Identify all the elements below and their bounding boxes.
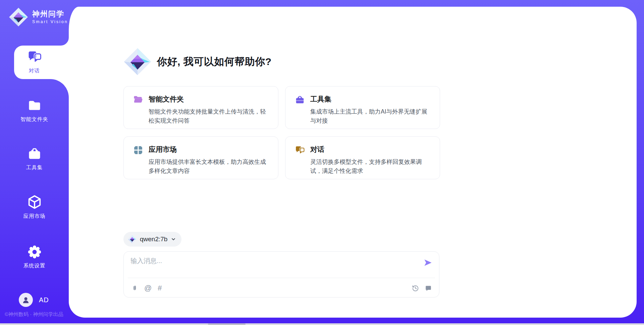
card-description: 智能文件夹功能支持批量文件上传与清洗，轻松实现文件问答 [149, 107, 269, 125]
sidebar-item-smart-folder[interactable]: 智能文件夹 [0, 98, 69, 123]
card-title: 对话 [310, 145, 430, 154]
feature-cards: 智能文件夹 智能文件夹功能支持批量文件上传与清洗，轻松实现文件问答 工具集 集成… [123, 86, 440, 179]
sidebar-item-label: 对话 [29, 67, 40, 74]
card-smart-folder[interactable]: 智能文件夹 智能文件夹功能支持批量文件上传与清洗，轻松实现文件问答 [123, 86, 278, 129]
card-chat[interactable]: 对话 灵活切换多模型文件，支持多样回复效果调试，满足个性化需求 [285, 136, 440, 179]
horizontal-scrollbar[interactable] [0, 323, 644, 325]
chat-bubble-icon [425, 285, 432, 291]
model-selector[interactable]: qwen2:7b [123, 232, 181, 247]
tab-fillet-top [61, 38, 69, 46]
card-description: 应用市场提供丰富长文本模板，助力高效生成多样化文章内容 [149, 157, 269, 176]
model-name: qwen2:7b [140, 236, 167, 243]
chat-icon [295, 145, 305, 155]
cube-icon [27, 194, 42, 210]
copyright-footer: ©神州数码 · 神州问学出品 [5, 311, 63, 318]
hash-icon: # [158, 284, 162, 292]
folder-icon [27, 98, 42, 113]
card-title: 工具集 [310, 94, 430, 104]
message-composer: @ # [123, 251, 439, 298]
gear-icon [27, 245, 42, 259]
sidebar-item-settings[interactable]: 系统设置 [0, 245, 69, 269]
greeting-header: 你好, 我可以如何帮助你? [123, 48, 272, 76]
card-toolset[interactable]: 工具集 集成市场上主流工具，助力AI与外界无缝扩展与对接 [285, 86, 440, 129]
user-profile[interactable]: AD [19, 293, 49, 307]
history-icon [412, 285, 419, 292]
new-chat-button[interactable] [425, 285, 432, 291]
sidebar-item-label: 智能文件夹 [20, 116, 48, 123]
composer-toolbar: @ # [131, 282, 432, 294]
folder-open-icon [133, 95, 143, 105]
sidebar-item-label: 工具集 [26, 164, 43, 171]
app-logo: 神州问学 Smart Vision [9, 7, 68, 27]
person-icon [23, 297, 29, 303]
at-icon: @ [144, 284, 152, 292]
paperclip-icon [131, 284, 138, 292]
assistant-logo-icon [123, 48, 152, 76]
sidebar-item-chat[interactable]: 对话 [0, 50, 69, 74]
brand-name: 神州问学 [32, 10, 68, 18]
brand-diamond-icon [9, 7, 28, 27]
sidebar-item-toolset[interactable]: 工具集 [0, 146, 69, 171]
sidebar-item-label: 应用市场 [23, 213, 46, 220]
chevron-down-icon [171, 237, 176, 242]
scrollbar-thumb[interactable] [208, 323, 246, 325]
card-description: 灵活切换多模型文件，支持多样回复效果调试，满足个性化需求 [310, 157, 430, 176]
topic-button[interactable]: # [158, 284, 162, 292]
send-icon [424, 258, 432, 267]
avatar [19, 293, 33, 307]
history-button[interactable] [412, 285, 419, 292]
model-diamond-icon [128, 235, 137, 244]
card-description: 集成市场上主流工具，助力AI与外界无缝扩展与对接 [310, 107, 430, 125]
card-app-market[interactable]: 应用市场 应用市场提供丰富长文本模板，助力高效生成多样化文章内容 [123, 136, 278, 179]
sidebar-item-app-market[interactable]: 应用市场 [0, 194, 69, 220]
card-title: 应用市场 [149, 145, 269, 154]
app-grid-icon [133, 145, 143, 155]
briefcase-icon [295, 95, 305, 105]
sidebar-item-label: 系统设置 [23, 262, 46, 269]
briefcase-icon [27, 146, 42, 161]
message-input[interactable] [130, 256, 418, 275]
chat-icon [27, 50, 42, 64]
greeting-title: 你好, 我可以如何帮助你? [157, 55, 272, 69]
user-initials: AD [39, 296, 49, 304]
mention-button[interactable]: @ [144, 284, 152, 292]
attach-file-button[interactable] [131, 284, 138, 292]
send-button[interactable] [423, 258, 433, 268]
brand-subtitle: Smart Vision [32, 19, 68, 24]
card-title: 智能文件夹 [149, 94, 269, 104]
composer-divider [128, 278, 435, 278]
tab-fillet-bottom [50, 79, 69, 97]
